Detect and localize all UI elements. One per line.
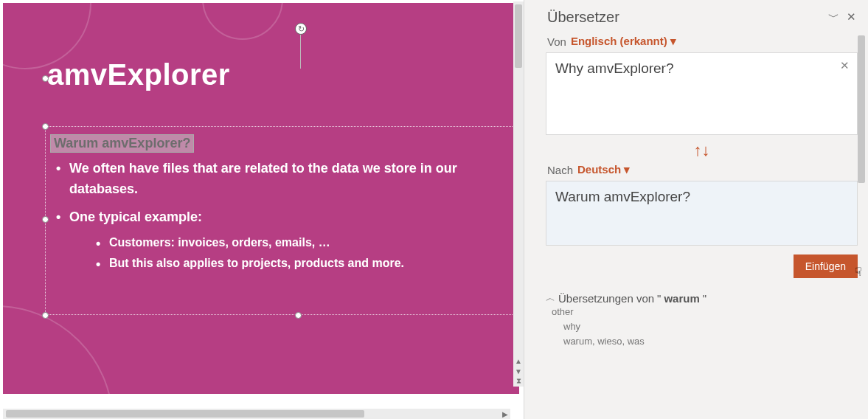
target-text: Warum amvExplorer? (555, 189, 690, 204)
pane-title: Übersetzer (547, 9, 619, 26)
from-language-row: Von Englisch (erkannt) ▾ (547, 35, 856, 48)
slide[interactable]: amvExplorer Warum amvExplorer? We often … (3, 3, 519, 394)
source-textarea[interactable]: Why amvExplorer? ✕ (546, 52, 858, 135)
rotate-handle-icon[interactable] (295, 23, 307, 35)
slide-title[interactable]: amvExplorer (47, 58, 230, 91)
horizontal-scrollbar[interactable]: ▶ (3, 409, 510, 419)
selection-handle[interactable] (295, 312, 302, 319)
scroll-right-icon[interactable]: ▶ (500, 409, 510, 419)
dict-prefix: Übersetzungen von (558, 292, 654, 305)
from-label: Von (547, 35, 566, 48)
slide-canvas[interactable]: amvExplorer Warum amvExplorer? We often … (0, 0, 524, 419)
from-language: Englisch (erkannt) (571, 35, 667, 47)
vertical-scrollbar[interactable]: ▲ ▼ ⧗ (513, 1, 524, 387)
scroll-down-icon[interactable]: ▼ (513, 366, 524, 376)
deco-circle (3, 305, 114, 394)
pane-header: Übersetzer ﹀ ✕ (546, 6, 858, 33)
to-language-picker[interactable]: Deutsch ▾ (577, 163, 630, 176)
translator-pane: Übersetzer ﹀ ✕ Von Englisch (erkannt) ▾ … (535, 0, 868, 419)
selection-handle[interactable] (42, 75, 49, 82)
vertical-scrollbar[interactable] (856, 31, 867, 415)
scroll-more-icon[interactable]: ⧗ (513, 376, 524, 387)
chevron-down-icon[interactable]: ﹀ (828, 10, 839, 24)
to-language-row: Nach Deutsch ▾ (547, 163, 856, 176)
sub-bullet-item[interactable]: But this also applies to projects, produ… (94, 253, 516, 274)
dictionary-section: ︿ Übersetzungen von "warum" other why wa… (546, 291, 858, 349)
chevron-down-icon: ▾ (670, 35, 676, 47)
pane-divider (524, 0, 535, 419)
to-label: Nach (547, 164, 573, 176)
dict-de: warum, wieso, was (546, 334, 858, 349)
dict-word: warum (664, 292, 699, 305)
scroll-up-icon[interactable]: ▲ (513, 356, 524, 366)
target-textbox[interactable]: Warum amvExplorer? (546, 181, 858, 246)
selection-handle[interactable] (42, 123, 49, 130)
chevron-down-icon: ▾ (624, 163, 630, 176)
selection-handle[interactable] (42, 216, 49, 223)
rotate-stem (300, 35, 301, 69)
bullet-item[interactable]: We often have files that are related to … (50, 159, 516, 200)
selection-handle[interactable] (42, 312, 49, 319)
bullet-item[interactable]: One typical example: Customers: invoices… (50, 207, 516, 274)
to-language: Deutsch (577, 163, 621, 176)
clear-icon[interactable]: ✕ (840, 59, 850, 72)
dict-en: why (546, 319, 858, 334)
highlighted-text[interactable]: Warum amvExplorer? (50, 134, 194, 153)
swap-languages-icon[interactable]: ↑↓ (694, 141, 710, 160)
scrollbar-thumb[interactable] (858, 35, 865, 183)
scrollbar-thumb[interactable] (515, 4, 522, 68)
source-text: Why amvExplorer? (555, 60, 674, 76)
content-textbox[interactable]: Warum amvExplorer? We often have files t… (45, 126, 517, 315)
sub-bullet-item[interactable]: Customers: invoices, orders, emails, … (94, 232, 516, 253)
close-icon[interactable]: ✕ (847, 10, 856, 24)
insert-button[interactable]: Einfügen (794, 254, 858, 278)
bullet-text: One typical example: (69, 210, 202, 224)
dict-category: other (546, 305, 858, 319)
deco-circle (202, 3, 283, 40)
dictionary-header[interactable]: ︿ Übersetzungen von "warum" (546, 291, 858, 305)
scrollbar-thumb[interactable] (6, 410, 364, 418)
from-language-picker[interactable]: Englisch (erkannt) ▾ (571, 35, 676, 48)
chevron-up-icon: ︿ (546, 291, 555, 305)
